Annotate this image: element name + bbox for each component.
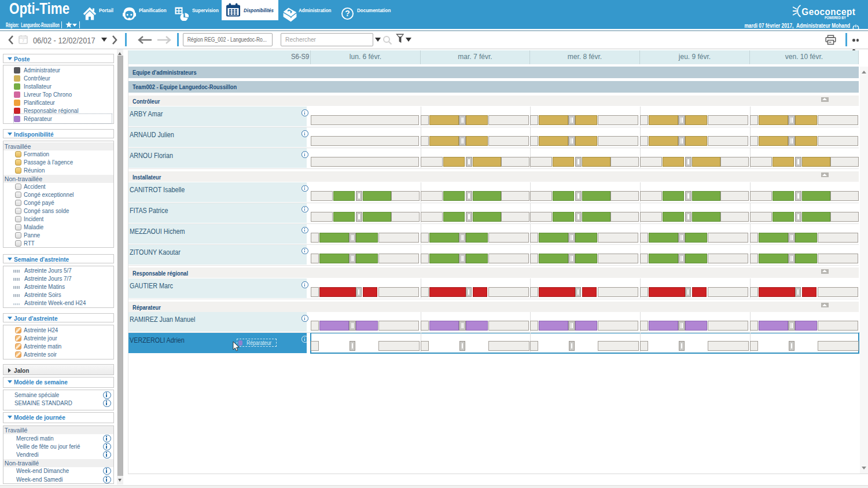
- svg-text:7: 7: [22, 38, 24, 43]
- svg-text:?: ?: [345, 9, 350, 18]
